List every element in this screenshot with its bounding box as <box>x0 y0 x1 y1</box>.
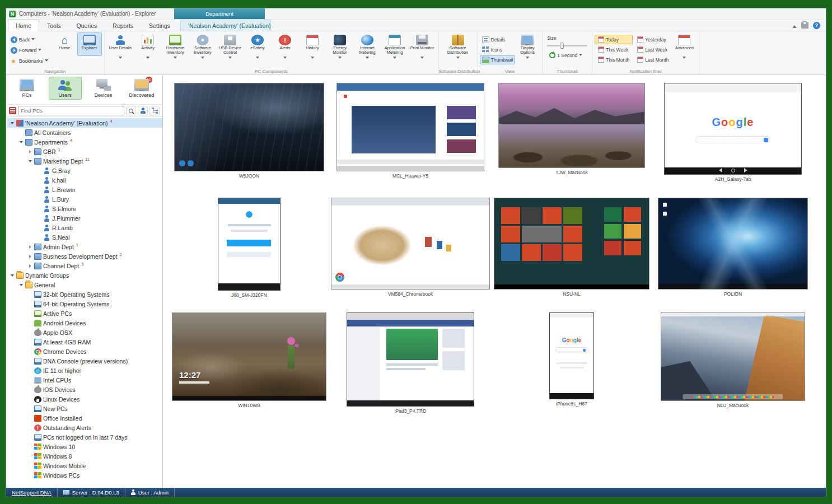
expand-icon[interactable] <box>27 245 32 249</box>
icons-view-button[interactable]: Icons <box>480 45 516 54</box>
filter-this-month-button[interactable]: This Month <box>595 55 633 64</box>
pcs-button[interactable]: PCs <box>11 77 43 100</box>
tree-item-user[interactable]: L.Brewer <box>7 185 162 194</box>
tree-item-business-development-dept[interactable]: Business Development Dept2 <box>7 251 162 261</box>
tree-item-admin-dept[interactable]: Admin Dept1 <box>7 242 162 251</box>
tree-item-general[interactable]: General <box>7 280 162 290</box>
filter-last-month-button[interactable]: Last Month <box>634 55 672 64</box>
tree-item-user[interactable]: R.Lamb <box>7 223 162 232</box>
tree-item-4gb-ram[interactable]: At least 4GB RAM <box>7 337 162 347</box>
expand-icon[interactable] <box>10 272 15 278</box>
hardware-inventory-button[interactable]: Hardware Inventory <box>162 32 189 61</box>
tab-tools[interactable]: Tools <box>39 20 69 31</box>
tree-item-not-logged-on[interactable]: PCs not logged on in last 7 days <box>7 432 162 442</box>
screen-chromebook-doodle[interactable] <box>331 198 490 290</box>
users-button[interactable]: Users <box>49 77 81 100</box>
expand-icon[interactable] <box>18 139 24 145</box>
history-button[interactable]: History <box>299 32 326 61</box>
expand-icon[interactable] <box>27 158 32 164</box>
collapse-ribbon-icon[interactable] <box>792 23 797 28</box>
print-icon[interactable] <box>801 22 808 29</box>
device-thumbnail[interactable]: Google iPhone6s_H67 <box>491 312 652 427</box>
help-icon[interactable] <box>813 22 820 29</box>
search-button[interactable] <box>126 106 136 115</box>
filter-today-button[interactable]: Today <box>595 35 633 44</box>
filter-yesterday-button[interactable]: Yesterday <box>634 35 672 44</box>
size-slider[interactable] <box>547 45 587 46</box>
tree-item-dynamic-groups[interactable]: Dynamic Groups <box>7 270 162 280</box>
tree-item-windows-pcs[interactable]: Windows PCs <box>7 470 162 480</box>
tree-item-chrome-devices[interactable]: Chrome Devices <box>7 347 162 356</box>
device-thumbnail[interactable]: POLION <box>652 198 814 312</box>
thumbnail-view-button[interactable]: Thumbnail <box>480 55 516 64</box>
tree-item-user[interactable]: J.Plummer <box>7 213 162 223</box>
tree-item-user[interactable]: S.Neal <box>7 232 162 242</box>
home-button[interactable]: Home <box>53 32 77 56</box>
expand-icon[interactable] <box>27 150 32 153</box>
device-thumbnail[interactable]: J60_SM-J320FN <box>169 198 330 312</box>
device-thumbnail[interactable]: VM584_Chromebook <box>330 198 491 312</box>
device-thumbnail[interactable]: TJW_MacBook <box>491 83 652 198</box>
details-view-button[interactable]: Details <box>480 35 516 44</box>
tree-item-new-pcs[interactable]: New PCs <box>7 404 162 413</box>
tree-item-windows-8[interactable]: Windows 8 <box>7 451 162 461</box>
tab-home[interactable]: Home <box>8 20 39 31</box>
screen-youtube-browser[interactable] <box>336 83 484 171</box>
tree-item-user[interactable]: L.Bury <box>7 194 162 204</box>
tab-queries[interactable]: Queries <box>69 20 105 31</box>
internet-metering-button[interactable]: Internet Metering <box>354 32 381 61</box>
user-details-button[interactable]: User Details <box>107 32 134 61</box>
device-thumbnail[interactable]: NDJ_MacBook <box>652 312 814 427</box>
display-options-button[interactable]: Display Options <box>515 32 540 61</box>
tree-item-active-pcs[interactable]: Active PCs <box>7 309 162 318</box>
device-thumbnail[interactable]: NSU-NL <box>491 198 652 312</box>
screen-mountain-wallpaper[interactable] <box>498 83 645 168</box>
tree-item-outstanding-alerts[interactable]: Outstanding Alerts <box>7 423 162 432</box>
slider-thumb[interactable] <box>560 43 564 49</box>
tree-item-all-containers[interactable]: All Containers <box>7 128 162 137</box>
refresh-interval-button[interactable]: 1 Second <box>547 51 587 59</box>
alerts-button[interactable]: Alerts <box>272 32 299 61</box>
software-distribution-button[interactable]: Software Distribution <box>441 32 475 61</box>
tree-item-ios-devices[interactable]: iOS Devices <box>7 385 162 394</box>
application-metering-button[interactable]: Application Metering <box>381 32 409 61</box>
tree-item-departments[interactable]: Departments4 <box>7 137 162 147</box>
tree-item-user[interactable]: S.Elmore <box>7 204 162 213</box>
expand-icon[interactable] <box>18 282 24 288</box>
device-thumbnail[interactable]: Google A2H_Galaxy-Tab <box>652 83 814 198</box>
filter-icon[interactable] <box>9 107 16 114</box>
esafety-button[interactable]: eSafety <box>244 32 272 61</box>
explorer-button[interactable]: Explorer <box>77 32 102 56</box>
software-inventory-button[interactable]: Software Inventory <box>189 32 217 61</box>
tree-item-linux-devices[interactable]: Linux Devices <box>7 394 162 404</box>
expand-icon[interactable] <box>27 264 32 268</box>
tree-item-windows-mobile[interactable]: Windows Mobile <box>7 461 162 470</box>
screen-facebook-ipad[interactable] <box>347 312 474 407</box>
tree-item-32bit-os[interactable]: 32-bit Operating Systems <box>7 290 162 299</box>
tree-item-ie11[interactable]: IE 11 or higher <box>7 366 162 375</box>
tree-item-intel-cpus[interactable]: Intel CPUs <box>7 375 162 385</box>
netsupport-dna-link[interactable]: NetSupport DNA <box>12 489 52 496</box>
screen-lock-cactus[interactable]: 12:27 <box>172 312 326 401</box>
screen-macos-elcapitan[interactable] <box>661 312 805 401</box>
filter-this-week-button[interactable]: This Week <box>595 45 633 54</box>
tree-item-user[interactable]: G.Bray <box>7 166 162 175</box>
activity-button[interactable]: Activity <box>134 32 162 61</box>
print-monitor-button[interactable]: Print Monitor <box>409 32 436 61</box>
tree-item-apple-osx[interactable]: Apple OSX <box>7 328 162 337</box>
tree-item-android-devices[interactable]: Android Devices <box>7 318 162 328</box>
user-view-button[interactable] <box>138 106 148 115</box>
tree-item-channel-dept[interactable]: Channel Dept3 <box>7 261 162 270</box>
tree-item-windows-10[interactable]: Windows 10 <box>7 442 162 451</box>
tree-item-user[interactable]: k.hall <box>7 175 162 185</box>
expand-icon[interactable] <box>27 255 32 258</box>
back-button[interactable]: Back <box>8 35 50 44</box>
search-input[interactable] <box>18 106 124 115</box>
bookmarks-button[interactable]: Bookmarks <box>8 57 50 66</box>
tree-item-dna-console[interactable]: DNA Console (preview versions) <box>7 356 162 366</box>
screen-google-iphone[interactable]: Google <box>549 312 594 399</box>
forward-button[interactable]: Forward <box>8 46 50 55</box>
device-thumbnail[interactable]: iPad3_P4.TRD <box>330 312 491 427</box>
screen-windows-start[interactable] <box>494 198 649 290</box>
tab-settings[interactable]: Settings <box>141 20 178 31</box>
